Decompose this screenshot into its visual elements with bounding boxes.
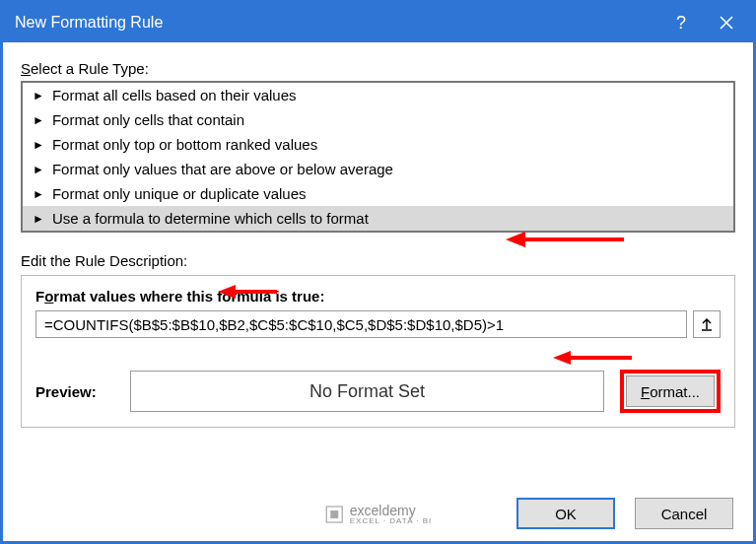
rule-description-group: Format values where this formula is true… xyxy=(21,275,735,428)
edit-rule-description-label: Edit the Rule Description: xyxy=(21,252,735,269)
bullet-icon: ► xyxy=(33,114,44,126)
close-button[interactable] xyxy=(704,3,749,42)
bullet-icon: ► xyxy=(33,164,44,175)
dialog-title: New Formatting Rule xyxy=(15,14,658,32)
collapse-dialog-button[interactable] xyxy=(693,310,721,338)
bullet-icon: ► xyxy=(33,139,44,151)
close-icon xyxy=(720,16,733,30)
rule-type-label: Use a formula to determine which cells t… xyxy=(52,210,369,227)
format-button[interactable]: Format... xyxy=(626,375,715,407)
select-rule-type-label: Select a Rule Type: xyxy=(21,60,735,77)
rule-type-label: Format all cells based on their values xyxy=(52,87,297,103)
rule-type-item[interactable]: ►Format all cells based on their values xyxy=(23,83,733,107)
bullet-icon: ► xyxy=(33,90,44,102)
svg-rect-1 xyxy=(326,507,342,522)
rule-type-label: Format only values that are above or bel… xyxy=(52,161,393,177)
rule-type-item[interactable]: ►Format only values that are above or be… xyxy=(23,157,733,181)
bullet-icon: ► xyxy=(33,188,44,200)
formula-label: Format values where this formula is true… xyxy=(35,288,721,305)
preview-box: No Format Set xyxy=(130,371,604,412)
rule-type-item[interactable]: ►Format only unique or duplicate values xyxy=(23,181,733,206)
rule-type-label: Format only unique or duplicate values xyxy=(52,185,307,202)
watermark-name: exceldemy xyxy=(350,504,433,517)
cancel-button[interactable]: Cancel xyxy=(635,498,733,529)
rule-type-label: Format only cells that contain xyxy=(52,111,244,128)
rule-type-list[interactable]: ►Format all cells based on their values►… xyxy=(21,81,735,233)
svg-rect-2 xyxy=(330,510,338,518)
watermark-sub: EXCEL · DATA · BI xyxy=(350,517,433,525)
watermark-icon xyxy=(324,505,344,524)
bullet-icon: ► xyxy=(33,213,44,225)
rule-type-item[interactable]: ►Format only cells that contain xyxy=(23,107,733,132)
preview-label: Preview: xyxy=(35,383,114,400)
help-button[interactable]: ? xyxy=(658,3,704,42)
rule-type-item[interactable]: ►Format only top or bottom ranked values xyxy=(23,132,733,157)
watermark: exceldemy EXCEL · DATA · BI xyxy=(324,504,433,525)
format-button-highlight: Format... xyxy=(620,370,721,413)
rule-type-label: Format only top or bottom ranked values xyxy=(52,136,317,153)
collapse-icon xyxy=(700,317,714,331)
titlebar: New Formatting Rule ? xyxy=(3,3,753,42)
formula-input[interactable] xyxy=(35,310,687,338)
rule-type-item[interactable]: ►Use a formula to determine which cells … xyxy=(23,206,733,231)
ok-button[interactable]: OK xyxy=(516,498,615,529)
dialog-footer: OK Cancel xyxy=(516,498,733,529)
